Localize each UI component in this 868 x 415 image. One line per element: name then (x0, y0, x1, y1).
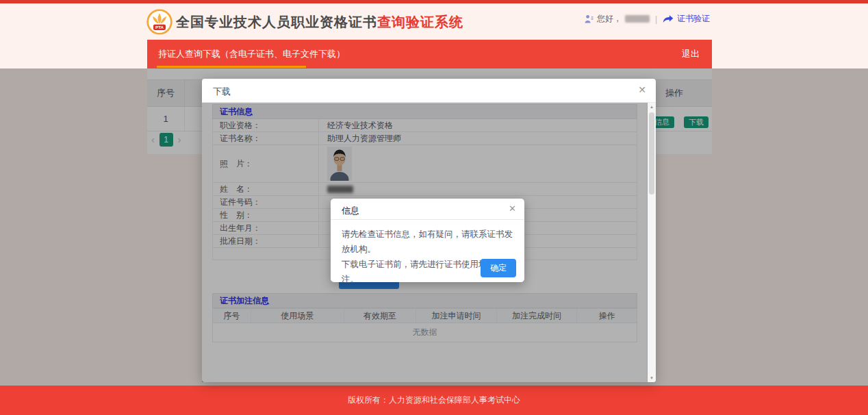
info-modal: 信息 ✕ 请先检查证书信息，如有疑问，请联系证书发放机构。 下载电子证书前，请先… (331, 199, 524, 282)
info-message-line-1: 请先检查证书信息，如有疑问，请联系证书发放机构。 (342, 227, 513, 257)
share-arrow-icon (663, 14, 674, 23)
pta-logo-icon: PTA (146, 9, 173, 35)
info-modal-footer: 确定 (481, 259, 516, 277)
brand: PTA 全国专业技术人员职业资格证书查询验证系统 (146, 9, 463, 35)
title-accent: 查询验证系统 (377, 14, 463, 29)
info-modal-close-icon[interactable]: ✕ (509, 203, 516, 214)
active-tab-underline (157, 66, 306, 68)
greeting-text: 您好， (597, 13, 622, 25)
site-header: PTA 全国专业技术人员职业资格证书查询验证系统 您好， | 证书验证 (0, 3, 868, 40)
download-modal-title: 下载 (213, 86, 231, 98)
scroll-down-icon[interactable]: ▼ (648, 376, 656, 380)
redacted-username (625, 15, 650, 23)
cert-verify-link[interactable]: 证书验证 (677, 13, 710, 25)
download-modal-close-icon[interactable]: ✕ (638, 84, 646, 95)
nav-bar: 持证人查询下载（含电子证书、电子文件下载） 退出 (147, 40, 712, 68)
page-title: 全国专业技术人员职业资格证书查询验证系统 (176, 13, 463, 32)
confirm-button[interactable]: 确定 (481, 259, 516, 277)
page-footer: 版权所有：人力资源和社会保障部人事考试中心 (0, 386, 868, 415)
header-divider: | (655, 14, 657, 24)
logout-button[interactable]: 退出 (682, 40, 700, 68)
scrollbar-thumb[interactable] (649, 112, 654, 194)
title-main: 全国专业技术人员职业资格证书 (176, 14, 377, 29)
download-modal-header: 下载 ✕ (202, 79, 656, 103)
modal-scrollbar[interactable]: ▲ ▼ (647, 103, 656, 382)
svg-text:PTA: PTA (155, 25, 164, 29)
user-area: 您好， | 证书验证 (585, 13, 710, 25)
nav-tab-label: 持证人查询下载（含电子证书、电子文件下载） (158, 49, 345, 59)
copyright-text: 版权所有：人力资源和社会保障部人事考试中心 (348, 395, 520, 405)
user-icon (585, 14, 593, 23)
info-modal-title: 信息 (342, 205, 359, 217)
screen: PTA 全国专业技术人员职业资格证书查询验证系统 您好， | 证书验证 持证人查… (0, 0, 868, 415)
nav-tab-holder-download[interactable]: 持证人查询下载（含电子证书、电子文件下载） (147, 40, 356, 68)
info-modal-header: 信息 ✕ (331, 199, 524, 220)
scroll-up-icon[interactable]: ▲ (648, 105, 656, 109)
